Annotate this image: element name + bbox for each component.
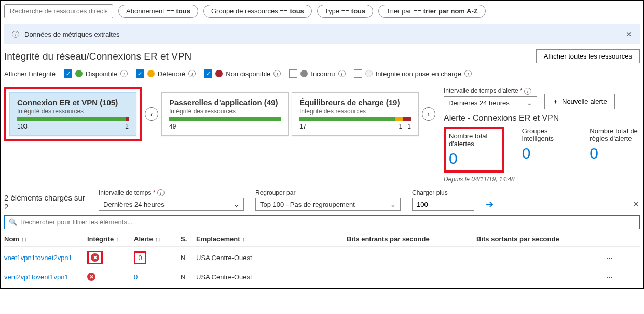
error-icon: ✕ [87, 273, 95, 281]
dot-amber-icon [147, 70, 155, 77]
alert-timestamp: Depuis le 04/11/19, 14:48 [444, 176, 640, 183]
card-subtitle: Intégrité des ressources [17, 108, 129, 115]
info-icon[interactable]: i [157, 189, 165, 196]
cell-location: USA Centre-Ouest [196, 273, 347, 281]
highlight-box-health: ✕ [87, 251, 103, 264]
sparkline-bits-in [347, 254, 450, 260]
search-field[interactable] [20, 218, 635, 226]
checkbox-unavailable[interactable]: ✓ [204, 69, 212, 78]
direct-resource-search-input[interactable] [4, 4, 113, 18]
filter-sort-pill[interactable]: Trier par == trier par nom A-Z [378, 5, 485, 18]
th-bits-in[interactable]: Bits entrants par seconde [347, 235, 430, 243]
pill-value: trier par nom A-Z [423, 7, 478, 15]
close-controls-icon[interactable]: ✕ [632, 189, 640, 210]
metric-total-alerts-label: Nombre total d'alertes [449, 132, 499, 148]
card-subtitle: Intégrité des ressources [299, 108, 411, 115]
carousel-next-button[interactable]: › [422, 107, 435, 121]
chevron-down-icon: ⌄ [234, 201, 239, 208]
sort-icon[interactable]: ↑↓ [155, 236, 161, 242]
th-s[interactable]: S. [181, 235, 187, 243]
checkbox-available[interactable]: ✓ [64, 69, 72, 78]
legend-unavailable: Non disponible [226, 70, 270, 78]
error-icon: ✕ [91, 253, 99, 262]
th-location[interactable]: Emplacement [196, 235, 240, 243]
search-icon: 🔍 [9, 218, 17, 226]
legend-degraded: Détérioré [158, 70, 185, 78]
sort-icon[interactable]: ↑↓ [21, 236, 27, 242]
info-icon[interactable]: i [524, 88, 531, 95]
row-more-button[interactable]: ⋯ [606, 273, 627, 281]
metric-alert-rules-value[interactable]: 0 [590, 145, 640, 162]
pill-value: tous [351, 7, 365, 15]
required-asterisk: * [520, 87, 523, 94]
show-all-resources-button[interactable]: Afficher toutes les ressources [536, 49, 640, 63]
banner-close-icon[interactable]: ✕ [626, 30, 632, 38]
info-icon[interactable]: i [273, 70, 281, 77]
bar-val-left: 49 [169, 123, 176, 130]
load-more-input[interactable] [412, 198, 474, 211]
card-application-gateways[interactable]: Passerelles d'application (49) Intégrité… [161, 92, 289, 136]
page-title: Intégrité du réseau/Connexions ER et VPN [4, 51, 191, 62]
carousel-prev-button[interactable]: ‹ [145, 107, 158, 121]
group-by-select[interactable]: Top 100 - Pas de regroupement ⌄ [255, 198, 401, 211]
time-interval-select[interactable]: Dernières 24 heures ⌄ [99, 198, 244, 211]
info-icon[interactable]: i [120, 70, 128, 77]
sort-icon[interactable]: ↑↓ [116, 236, 121, 242]
table-row: vnet1vpn1tovnet2vpn1 ✕ 0 N USA Centre-Ou… [4, 247, 640, 268]
bar-val-mid: 1 [399, 123, 403, 130]
card-title: Passerelles d'application (49) [169, 98, 281, 107]
filter-resource-group-pill[interactable]: Groupe de ressources == tous [203, 5, 312, 18]
card-load-balancers[interactable]: Équilibreurs de charge (19) Intégrité de… [292, 92, 419, 136]
checkbox-degraded[interactable]: ✓ [136, 69, 144, 78]
cell-location: USA Centre-Ouest [196, 254, 347, 262]
filter-subscription-pill[interactable]: Abonnement == tous [118, 5, 198, 18]
time-interval-label: Intervalle de temps [99, 189, 151, 196]
pill-label: Type == [325, 7, 349, 15]
checkbox-unknown[interactable] [289, 69, 297, 78]
new-alert-button[interactable]: ＋ Nouvelle alerte [544, 94, 615, 109]
card-title: Équilibreurs de charge (19) [299, 98, 411, 107]
row-more-button[interactable]: ⋯ [606, 254, 627, 262]
th-bits-out[interactable]: Bits sortants par seconde [476, 235, 559, 243]
bar-val-left: 103 [17, 123, 28, 130]
run-query-button[interactable]: ➔ [486, 189, 494, 210]
select-value: Dernières 24 heures [103, 201, 165, 208]
card-subtitle: Intégrité des ressources [169, 108, 281, 115]
metrics-banner: i Données de métriques extraites ✕ [4, 24, 640, 44]
info-icon: i [12, 31, 19, 38]
cell-s: N [181, 254, 196, 262]
filter-type-pill[interactable]: Type == tous [317, 5, 373, 18]
health-bar [299, 117, 411, 121]
alert-count-link[interactable]: 0 [138, 254, 142, 262]
highlight-box-alert: 0 [134, 251, 146, 264]
th-health[interactable]: Intégrité [87, 235, 114, 243]
th-name[interactable]: Nom [4, 235, 19, 243]
bar-val-left: 17 [299, 123, 306, 130]
health-bar [17, 117, 129, 121]
health-legend-label: Afficher l'intégrité [4, 70, 56, 78]
info-icon[interactable]: i [464, 70, 472, 77]
sort-icon[interactable]: ↑↓ [242, 236, 248, 242]
loaded-count-text: 2 éléments chargés sur 2 [4, 189, 87, 211]
dot-light-icon [365, 70, 373, 77]
metric-smart-groups-value[interactable]: 0 [522, 145, 572, 162]
info-icon[interactable]: i [338, 70, 346, 77]
bar-val-right: 1 [407, 123, 411, 130]
info-icon[interactable]: i [188, 70, 196, 77]
alert-count-link[interactable]: 0 [134, 273, 138, 281]
resource-link[interactable]: vent2vp1tovent1vpn1 [4, 273, 68, 281]
checkbox-unsupported[interactable] [354, 69, 362, 78]
dot-red-icon [215, 70, 223, 77]
resource-link[interactable]: vnet1vpn1tovnet2vpn1 [4, 254, 72, 262]
card-er-vpn-connection[interactable]: Connexion ER et VPN (105) Intégrité des … [9, 92, 136, 136]
th-alert[interactable]: Alerte [134, 235, 153, 243]
alert-interval-select[interactable]: Dernières 24 heures ⌄ [444, 96, 537, 109]
metric-total-alerts-value[interactable]: 0 [449, 150, 499, 167]
metric-alert-rules-label: Nombre total de règles d'alerte [590, 127, 640, 142]
banner-text: Données de métriques extraites [24, 31, 120, 38]
legend-unknown: Inconnu [311, 70, 335, 78]
table-search-input[interactable]: 🔍 [4, 215, 640, 229]
pill-label: Trier par == [386, 7, 421, 15]
select-value: Top 100 - Pas de regroupement [260, 201, 355, 208]
highlight-box-card: Connexion ER et VPN (105) Intégrité des … [4, 87, 142, 141]
